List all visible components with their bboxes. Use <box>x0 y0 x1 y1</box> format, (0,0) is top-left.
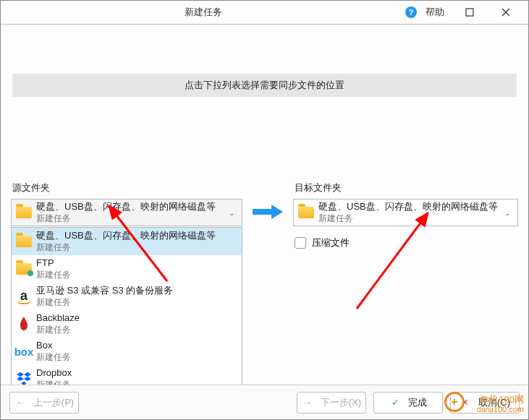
source-option-backblaze[interactable]: Backblaze新建任务 <box>12 310 242 338</box>
arrow-right-icon <box>251 203 284 220</box>
check-icon: ✓ <box>389 397 401 408</box>
folder-icon <box>298 207 314 218</box>
source-option-box[interactable]: boxBox新建任务 <box>12 338 242 365</box>
instruction-banner: 点击下拉列表选择需要同步文件的位置 <box>12 74 517 97</box>
arrow-right-icon: → <box>302 397 313 408</box>
compress-checkbox[interactable] <box>295 237 306 249</box>
box-icon: box <box>12 346 36 358</box>
compress-label: 压缩文件 <box>312 236 350 249</box>
maximize-button[interactable] <box>453 2 486 22</box>
folder-net-icon <box>12 263 36 275</box>
folder-icon <box>12 236 36 247</box>
window-title: 新建任务 <box>1 6 405 19</box>
help-icon[interactable]: ? <box>405 7 417 18</box>
source-folder-dropdown[interactable]: 硬盘、USB盘、闪存盘、映射的网络磁盘等 新建任务 ⌄ 硬盘、USB盘、闪存盘、… <box>11 199 242 226</box>
titlebar: 新建任务 ? 帮助 <box>1 1 528 24</box>
close-button[interactable] <box>489 2 522 22</box>
source-option-ftp[interactable]: FTP新建任务 <box>12 255 242 283</box>
source-option-amazon[interactable]: a亚马逊 S3 或兼容 S3 的备份服务新建任务 <box>12 283 242 310</box>
help-label[interactable]: 帮助 <box>426 6 444 19</box>
target-label: 目标文件夹 <box>293 181 518 194</box>
finish-button[interactable]: ✓ 完成 <box>373 392 443 413</box>
chevron-down-icon: ⌄ <box>504 209 517 217</box>
next-button[interactable]: → 下一步(X) <box>297 392 366 413</box>
arrow-left-icon: ← <box>14 397 26 408</box>
source-dropdown-list: 硬盘、USB盘、闪存盘、映射的网络磁盘等新建任务FTP新建任务a亚马逊 S3 或… <box>11 227 242 393</box>
main-columns: 源文件夹 硬盘、USB盘、闪存盘、映射的网络磁盘等 新建任务 ⌄ 硬盘、USB盘… <box>1 181 528 249</box>
amazon-icon: a <box>12 289 36 304</box>
dropbox-icon <box>12 372 36 385</box>
prev-button[interactable]: ← 上一步(P) <box>9 392 79 413</box>
source-label: 源文件夹 <box>11 181 242 194</box>
watermark-logo: + <box>444 392 465 412</box>
source-option-local[interactable]: 硬盘、USB盘、闪存盘、映射的网络磁盘等新建任务 <box>12 228 242 255</box>
chevron-down-icon: ⌄ <box>229 209 242 217</box>
backblaze-icon <box>12 317 36 331</box>
folder-icon <box>16 207 32 218</box>
target-folder-dropdown[interactable]: 硬盘、USB盘、闪存盘、映射的网络磁盘等 新建任务 ⌄ <box>293 199 518 226</box>
svg-rect-0 <box>466 9 473 16</box>
